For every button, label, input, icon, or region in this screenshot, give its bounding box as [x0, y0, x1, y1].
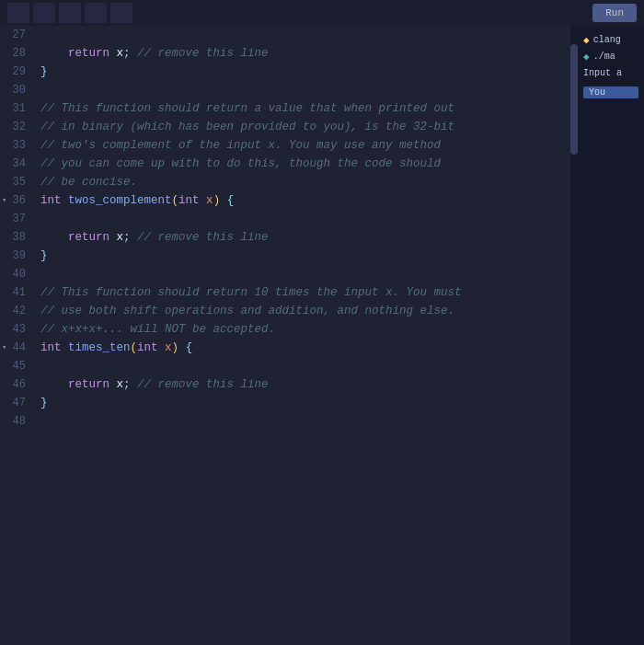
line-number: ▾ 44	[0, 339, 37, 357]
tab-5[interactable]	[110, 3, 132, 23]
tab-3[interactable]	[59, 3, 81, 23]
line-content[interactable]	[37, 81, 578, 99]
line-number: 48	[0, 412, 37, 431]
tab-2[interactable]	[33, 3, 55, 23]
line-number: 38	[0, 228, 37, 247]
line-content[interactable]: // This function should return a value t…	[37, 99, 578, 118]
line-content[interactable]	[37, 210, 578, 228]
line-number: 46	[0, 375, 37, 394]
scrollbar-track	[570, 26, 578, 645]
table-row: 34 // you can come up with to do this, t…	[0, 155, 578, 173]
table-row: 45	[0, 357, 578, 375]
right-panel-text-2: ./ma	[593, 50, 615, 64]
table-row: 47 }	[0, 394, 578, 412]
table-row: 29 }	[0, 63, 578, 81]
you-badge: You	[583, 86, 638, 98]
line-number: 40	[0, 265, 37, 283]
table-row: 27	[0, 26, 578, 44]
line-number: 34	[0, 155, 37, 173]
table-row: 32 // in binary (which has been provided…	[0, 118, 578, 136]
tab-4[interactable]	[85, 3, 107, 23]
line-content[interactable]: // in binary (which has been provided to…	[37, 118, 578, 136]
table-row: 43 // x+x+x+... will NOT be accepted.	[0, 320, 578, 339]
line-number: 29	[0, 63, 37, 81]
table-row: 31 // This function should return a valu…	[0, 99, 578, 118]
line-number: 31	[0, 99, 37, 118]
main-area: 27 28 return x; // remove this line 29 }…	[0, 26, 644, 645]
fold-icon[interactable]: ▾	[2, 339, 6, 357]
right-panel: ◆ clang ◆ ./ma Input a You	[578, 26, 644, 645]
line-number: 27	[0, 26, 37, 44]
line-number: 43	[0, 320, 37, 339]
line-content[interactable]	[37, 26, 578, 44]
code-area[interactable]: 27 28 return x; // remove this line 29 }…	[0, 26, 578, 645]
table-row: 41 // This function should return 10 tim…	[0, 283, 578, 302]
table-row: 35 // be concise.	[0, 173, 578, 191]
line-number: 37	[0, 210, 37, 228]
right-panel-item-2: ◆ ./ma	[583, 50, 638, 64]
line-content[interactable]: // two's complement of the input x. You …	[37, 136, 578, 155]
table-row: 46 return x; // remove this line	[0, 375, 578, 394]
right-panel-text-3: Input a	[583, 66, 622, 81]
line-number: 42	[0, 302, 37, 320]
line-content[interactable]: return x; // remove this line	[37, 44, 578, 63]
fold-icon[interactable]: ▾	[2, 191, 6, 210]
line-number: 32	[0, 118, 37, 136]
line-content[interactable]	[37, 265, 578, 283]
top-bar: Run	[0, 0, 644, 26]
line-content[interactable]: // be concise.	[37, 173, 578, 191]
bullet-icon-1: ◆	[583, 33, 590, 48]
run-button[interactable]: Run	[592, 4, 637, 22]
table-row: 42 // use both shift operations and addi…	[0, 302, 578, 320]
table-row: ▾ 36 int twos_complement(int x) {	[0, 191, 578, 210]
line-number: 30	[0, 81, 37, 99]
line-number: 35	[0, 173, 37, 191]
line-content[interactable]	[37, 357, 578, 375]
line-number: ▾ 36	[0, 191, 37, 210]
right-panel-item-3: Input a	[583, 66, 638, 81]
line-content[interactable]: }	[37, 63, 578, 81]
right-panel-text-1: clang	[593, 33, 621, 48]
line-content[interactable]: // you can come up with to do this, thou…	[37, 155, 578, 173]
line-content[interactable]: // This function should return 10 times …	[37, 283, 578, 302]
tab-1[interactable]	[7, 3, 29, 23]
line-number: 41	[0, 283, 37, 302]
line-number: 28	[0, 44, 37, 63]
line-content[interactable]: int twos_complement(int x) {	[37, 191, 578, 210]
line-content[interactable]	[37, 412, 578, 431]
bullet-icon-2: ◆	[583, 50, 590, 64]
table-row: 30	[0, 81, 578, 99]
scrollbar-thumb[interactable]	[570, 44, 578, 155]
line-number: 47	[0, 394, 37, 412]
line-number: 39	[0, 247, 37, 265]
line-content[interactable]: }	[37, 247, 578, 265]
right-panel-item-1: ◆ clang	[583, 33, 638, 48]
line-number: 45	[0, 357, 37, 375]
line-content[interactable]: }	[37, 394, 578, 412]
editor-panel: 27 28 return x; // remove this line 29 }…	[0, 26, 578, 645]
table-row: 40	[0, 265, 578, 283]
line-content[interactable]: // x+x+x+... will NOT be accepted.	[37, 320, 578, 339]
line-content[interactable]: // use both shift operations and additio…	[37, 302, 578, 320]
line-content[interactable]: return x; // remove this line	[37, 228, 578, 247]
table-row: 48	[0, 412, 578, 431]
table-row: 33 // two's complement of the input x. Y…	[0, 136, 578, 155]
line-number: 33	[0, 136, 37, 155]
table-row: 28 return x; // remove this line	[0, 44, 578, 63]
table-row: ▾ 44 int times_ten(int x) {	[0, 339, 578, 357]
line-content[interactable]: return x; // remove this line	[37, 375, 578, 394]
table-row: 38 return x; // remove this line	[0, 228, 578, 247]
line-content[interactable]: int times_ten(int x) {	[37, 339, 578, 357]
table-row: 37	[0, 210, 578, 228]
table-row: 39 }	[0, 247, 578, 265]
